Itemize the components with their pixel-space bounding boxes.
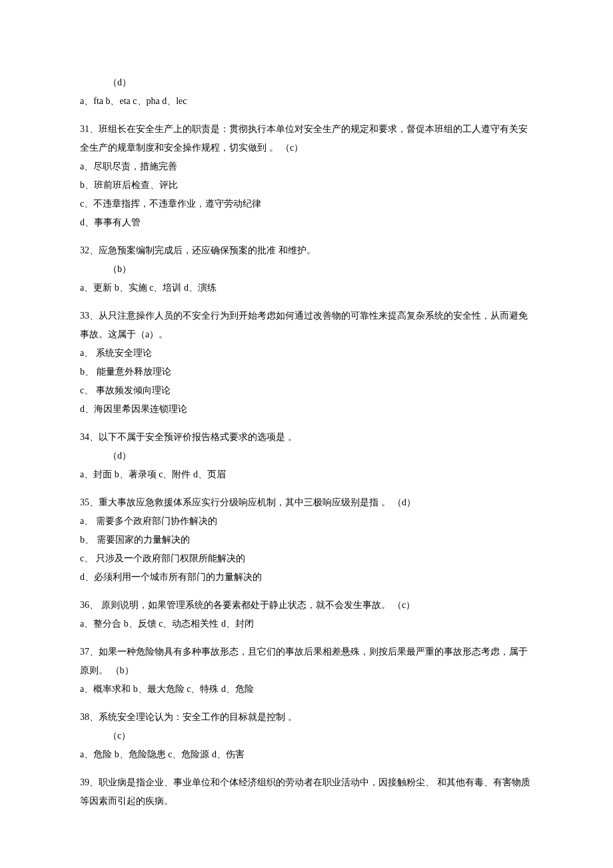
q33-stem: 33、从只注意操作人员的不安全行为到开始考虑如何通过改善物的可靠性来提高复杂系统… xyxy=(80,307,533,344)
q33: 33、从只注意操作人员的不安全行为到开始考虑如何通过改善物的可靠性来提高复杂系统… xyxy=(80,307,533,419)
q31-opt-c: c、不违章指挥，不违章作业，遵守劳动纪律 xyxy=(80,195,533,213)
q32-stem: 32、应急预案编制完成后，还应确保预案的批准 和维护。 xyxy=(80,241,533,260)
q34-answer: （d） xyxy=(80,447,533,465)
q31: 31、班组长在安全生产上的职责是：贯彻执行本单位对安全生产的规定和要求，督促本班… xyxy=(80,120,533,232)
q32-answer: （b） xyxy=(80,260,533,279)
q31-stem: 31、班组长在安全生产上的职责是：贯彻执行本单位对安全生产的规定和要求，督促本班… xyxy=(80,120,533,157)
q31-opt-b: b、班前班后检查、评比 xyxy=(80,176,533,195)
q39: 39、职业病是指企业、事业单位和个体经济组织的劳动者在职业活动中，因接触粉尘、 … xyxy=(80,773,533,811)
q34-options: a、封面 b、著录项 c、附件 d、页眉 xyxy=(80,465,533,484)
q31-opt-d: d、事事有人管 xyxy=(80,213,533,232)
q35-opt-a: a、 需要多个政府部门协作解决的 xyxy=(80,512,533,531)
q38: 38、系统安全理论认为：安全工作的目标就是控制 。 （c） a、危险 b、危险隐… xyxy=(80,708,533,764)
page-container: （d） a、fta b、eta c、pha d、lec 31、班组长在安全生产上… xyxy=(0,0,613,868)
q35-opt-b: b、 需要国家的力量解决的 xyxy=(80,531,533,549)
q36-options: a、整分合 b、反馈 c、动态相关性 d、封闭 xyxy=(80,615,533,633)
q36: 36、 原则说明，如果管理系统的各要素都处于静止状态，就不会发生事故。 （c） … xyxy=(80,596,533,633)
q33-opt-a: a、 系统安全理论 xyxy=(80,344,533,363)
q38-answer: （c） xyxy=(80,727,533,745)
q39-stem: 39、职业病是指企业、事业单位和个体经济组织的劳动者在职业活动中，因接触粉尘、 … xyxy=(80,773,533,811)
q38-stem: 38、系统安全理论认为：安全工作的目标就是控制 。 xyxy=(80,708,533,727)
q30-answer: （d） xyxy=(80,73,533,92)
q35-opt-c: c、 只涉及一个政府部门权限所能解决的 xyxy=(80,549,533,568)
q33-opt-b: b、 能量意外释放理论 xyxy=(80,363,533,381)
q35-stem: 35、重大事故应急救援体系应实行分级响应机制，其中三极响应级别是指 。 （d） xyxy=(80,493,533,512)
q31-opt-a: a、尽职尽责，措施完善 xyxy=(80,157,533,176)
q37-options: a、概率求和 b、最大危险 c、特殊 d、危险 xyxy=(80,680,533,699)
q33-opt-d: d、海因里希因果连锁理论 xyxy=(80,400,533,419)
q38-options: a、危险 b、危险隐患 c、危险源 d、伤害 xyxy=(80,745,533,764)
q37: 37、如果一种危险物具有多种事故形态，且它们的事故后果相差悬殊，则按后果最严重的… xyxy=(80,643,533,699)
q34-stem: 34、以下不属于安全预评价报告格式要求的选项是 。 xyxy=(80,428,533,447)
q36-stem: 36、 原则说明，如果管理系统的各要素都处于静止状态，就不会发生事故。 （c） xyxy=(80,596,533,615)
q37-stem: 37、如果一种危险物具有多种事故形态，且它们的事故后果相差悬殊，则按后果最严重的… xyxy=(80,643,533,680)
q35-opt-d: d、必须利用一个城市所有部门的力量解决的 xyxy=(80,568,533,587)
q32-options: a、更新 b、实施 c、培训 d、演练 xyxy=(80,279,533,297)
q30-options: a、fta b、eta c、pha d、lec xyxy=(80,92,533,111)
q33-opt-c: c、 事故频发倾向理论 xyxy=(80,381,533,400)
q34: 34、以下不属于安全预评价报告格式要求的选项是 。 （d） a、封面 b、著录项… xyxy=(80,428,533,484)
q32: 32、应急预案编制完成后，还应确保预案的批准 和维护。 （b） a、更新 b、实… xyxy=(80,241,533,297)
q35: 35、重大事故应急救援体系应实行分级响应机制，其中三极响应级别是指 。 （d） … xyxy=(80,493,533,587)
